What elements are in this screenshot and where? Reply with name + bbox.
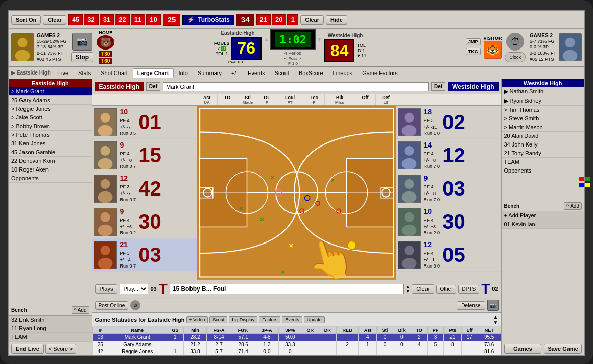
tab-plusminus[interactable]: +/- bbox=[227, 68, 243, 78]
tim-thomas-photo bbox=[398, 175, 421, 203]
martin-mason-stats: 12 PF 4 +/- -1 Run 0 0 bbox=[422, 240, 440, 269]
pete-thomas-stats: 9 PF 4 +/- +6 Run 0 2 bbox=[118, 207, 136, 236]
visitor-player-row-12[interactable]: 14 PF 4 +/- +8 Run 7 0 12 bbox=[396, 139, 501, 172]
other-button[interactable]: Other bbox=[436, 285, 456, 294]
visitor-player-row-03[interactable]: 9 PF 4 +/- +8 Run 7 0 03 bbox=[396, 172, 501, 205]
player-reggie-jones[interactable]: > Reggie Jones bbox=[9, 105, 92, 113]
visitor-player-tony[interactable]: 21 Tony Randy bbox=[502, 149, 585, 158]
clear-button-left[interactable]: Clear bbox=[43, 15, 66, 25]
player-bobby-brown[interactable]: > Bobby Brown bbox=[9, 122, 92, 131]
home-player-row-03[interactable]: 21 PF 3 +/- -4 Run 0 7 03 bbox=[92, 238, 197, 272]
player-roger-aken[interactable]: 10 Roger Aken bbox=[9, 165, 92, 174]
player-name-input[interactable] bbox=[163, 82, 429, 91]
home-score-6: 10 bbox=[146, 14, 160, 25]
visitor-add-button[interactable]: ^ Add bbox=[564, 202, 582, 210]
post-online-button[interactable]: Post Online bbox=[95, 301, 129, 310]
scout-button[interactable]: Scout bbox=[209, 316, 227, 323]
bench-erik-smith[interactable]: 32 Erik Smith bbox=[9, 316, 92, 324]
player-jason-gamble[interactable]: 45 Jason Gamble bbox=[9, 148, 92, 157]
col-to: TO bbox=[411, 327, 428, 333]
stop-button[interactable]: Stop bbox=[71, 52, 94, 62]
tab-boxscore[interactable]: BoxScore bbox=[294, 68, 328, 78]
sort-on-button[interactable]: Sort On bbox=[11, 15, 41, 25]
eastside-nav[interactable]: ▶ Eastside High bbox=[11, 70, 51, 76]
visitor-player-alan[interactable]: 20 Alan David bbox=[502, 132, 585, 140]
visitor-player-nathan[interactable]: ▶ Nathan Smith bbox=[502, 87, 585, 96]
scroll-arrows[interactable]: ▲▼ bbox=[406, 284, 410, 294]
visitor-player-row-30[interactable]: 10 PF 4 +/- +8 Run 2 0 30 bbox=[396, 205, 501, 238]
lig-display-button[interactable]: Lig Display bbox=[229, 316, 257, 323]
tkc-button[interactable]: TKC bbox=[466, 48, 481, 55]
stats-row-gary-adams[interactable]: 25Gary Adams21.22-728.61-333.3210045873.… bbox=[92, 341, 501, 348]
visitor-player-tim[interactable]: > Tim Thomas bbox=[502, 106, 585, 114]
stats-row-mark-grant[interactable]: 03Mark Grant128.28-1457.14-850.040023211… bbox=[92, 333, 501, 341]
visitor-fouls-score: 34 bbox=[236, 14, 254, 26]
home-mascot-icon: 🐻 bbox=[97, 35, 114, 50]
home-add-button[interactable]: ^ Add bbox=[72, 306, 89, 314]
visitor-big-score: 84 bbox=[324, 39, 355, 62]
events-stats-button[interactable]: Events bbox=[282, 316, 302, 323]
dpts-button[interactable]: DPTS bbox=[458, 285, 479, 294]
tab-lineups[interactable]: Lineups bbox=[328, 68, 358, 78]
table-scroll-arrows[interactable]: ▲▼ bbox=[493, 314, 499, 325]
tab-shot-chart[interactable]: Shot Chart bbox=[96, 68, 132, 78]
defense-button[interactable]: Defense bbox=[457, 301, 485, 310]
tab-info[interactable]: Info bbox=[174, 68, 193, 78]
visitor-player-row-05[interactable]: 12 PF 4 +/- -1 Run 0 0 05 bbox=[396, 238, 501, 272]
camera-button[interactable]: 📷 bbox=[72, 33, 92, 51]
home-player-row-42[interactable]: 12 PF 3 +/- -7 Run 0 7 42 bbox=[92, 172, 197, 205]
hide-button[interactable]: Hide bbox=[326, 15, 347, 25]
tab-events[interactable]: Events bbox=[243, 68, 270, 78]
player-gary-adams[interactable]: 25 Gary Adams bbox=[9, 96, 92, 105]
home-player-row-30[interactable]: 9 PF 4 +/- +6 Run 0 2 30 bbox=[92, 205, 197, 238]
save-game-button[interactable]: Save Game bbox=[544, 344, 582, 354]
clear-event-button[interactable]: Clear bbox=[412, 284, 434, 294]
visitor-player-row-02[interactable]: 18 PF 3 +/- -11 Run 1 0 02 bbox=[396, 106, 501, 139]
player-jake-scott[interactable]: > Jake Scott bbox=[9, 113, 92, 122]
tab-live[interactable]: Live bbox=[54, 68, 73, 78]
bench-team[interactable]: TEAM bbox=[9, 333, 92, 342]
player-opponents-home[interactable]: Opponents bbox=[9, 174, 92, 183]
tab-game-factors[interactable]: Game Factors bbox=[358, 68, 402, 78]
basketball-court[interactable]: × × × × bbox=[197, 106, 396, 280]
bench-ryan-long[interactable]: 11 Ryan Long bbox=[9, 324, 92, 333]
visitor-player-ryan[interactable]: ▶ Ryan Sidney bbox=[502, 96, 585, 106]
tab-stats[interactable]: Stats bbox=[74, 68, 96, 78]
clear-button-right[interactable]: Clear bbox=[300, 15, 324, 25]
update-button[interactable]: Update bbox=[304, 316, 325, 323]
court-container: × × × × bbox=[197, 106, 396, 280]
col-pa: 3P-A bbox=[255, 327, 278, 333]
home-player-row-15[interactable]: 9 PF 4 +/- +0 Run 0 7 15 bbox=[92, 139, 197, 172]
player-ken-jones[interactable]: 31 Ken Jones bbox=[9, 139, 92, 148]
plays-button[interactable]: Plays bbox=[95, 284, 118, 294]
post-online-icon[interactable]: ↺ bbox=[130, 300, 140, 310]
col-eff: Eff bbox=[461, 327, 478, 333]
games-button[interactable]: Games bbox=[504, 344, 542, 354]
mark-grant-stats: 21 PF 3 +/- -4 Run 0 7 bbox=[118, 240, 136, 269]
stats-table-header-row: # Name GS Min FG-A FG% 3P-A 3P% OR DR RE bbox=[92, 327, 501, 333]
visitor-player-team[interactable]: TEAM bbox=[502, 158, 585, 166]
visitor-player-john[interactable]: 34 John Kelly bbox=[502, 140, 585, 149]
visitor-player-martin[interactable]: > Martin Mason bbox=[502, 123, 585, 132]
visitor-add-player[interactable]: + Add Player bbox=[502, 211, 585, 220]
tab-summary[interactable]: Summary bbox=[193, 68, 226, 78]
score-button[interactable]: < Score > bbox=[45, 344, 76, 354]
tab-large-chart[interactable]: Large Chart bbox=[133, 68, 174, 78]
stats-row-reggie-jones[interactable]: 42Reggie Jones133.85-771.40-0081.6 bbox=[92, 348, 501, 355]
home-player-row-01[interactable]: 10 PF 4 +/- -7 Run 0 5 01 bbox=[92, 106, 197, 139]
player-pete-thomas[interactable]: > Pete Thomas bbox=[9, 131, 92, 139]
player-donovan-korn[interactable]: 22 Donovan Korn bbox=[9, 157, 92, 165]
end-live-button[interactable]: End Live bbox=[11, 344, 44, 354]
visitor-kevin-ian[interactable]: 01 Kevin Ian bbox=[502, 220, 585, 229]
play-dropdown[interactable]: Play... bbox=[120, 284, 148, 294]
visitor-bench-players: + Add Player 01 Kevin Ian bbox=[502, 211, 585, 229]
visitor-player-opponents[interactable]: Opponents bbox=[502, 166, 585, 175]
svg-point-1 bbox=[17, 38, 27, 47]
jmp-button[interactable]: JMP bbox=[466, 38, 481, 45]
factors-button[interactable]: Factors bbox=[259, 316, 280, 323]
clock-button[interactable]: Clock bbox=[505, 52, 526, 62]
visitor-player-steve[interactable]: > Steve Smith bbox=[502, 114, 585, 123]
video-button[interactable]: + Video bbox=[186, 316, 208, 323]
tab-scout[interactable]: Scout bbox=[270, 68, 294, 78]
player-mark-grant[interactable]: > Mark Grant bbox=[9, 87, 92, 96]
